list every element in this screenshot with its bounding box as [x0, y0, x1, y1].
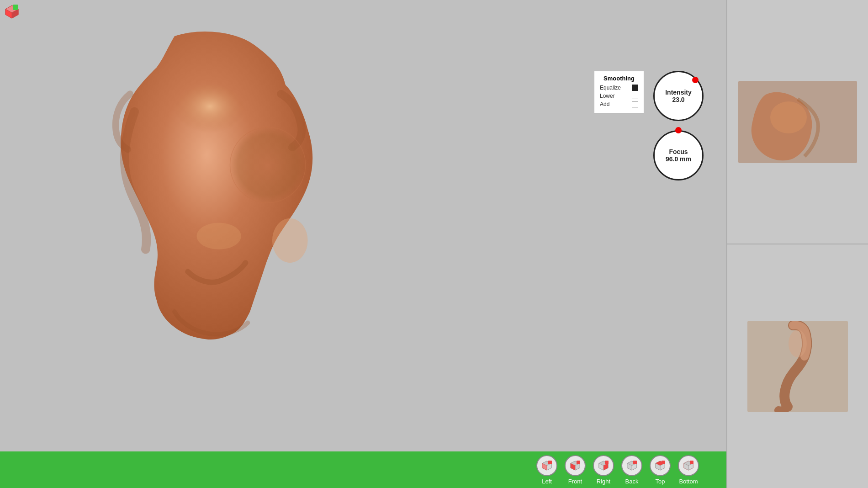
view-back-button[interactable]: Back [621, 455, 642, 485]
svg-rect-20 [577, 461, 580, 464]
view-left-label: Left [542, 478, 552, 485]
view-right-button[interactable]: Right [593, 455, 614, 485]
model-3d [46, 23, 365, 343]
view-left-button[interactable]: Left [536, 455, 557, 485]
view-back-circle [621, 455, 642, 476]
focus-label: Focus [669, 148, 688, 155]
view-front-label: Front [568, 478, 582, 485]
main-container: Smoothing Equalize Lower Add [0, 0, 868, 488]
view-right-circle [593, 455, 614, 476]
bottom-thumbnail [747, 321, 848, 412]
intensity-label: Intensity [665, 89, 692, 96]
view-back-label: Back [625, 478, 639, 485]
smoothing-equalize-row: Equalize [600, 85, 638, 91]
focus-dot [675, 127, 682, 133]
svg-point-9 [272, 218, 308, 263]
view-top-button[interactable]: Top [650, 455, 671, 485]
svg-rect-5 [13, 5, 18, 10]
equalize-label: Equalize [600, 85, 621, 91]
top-thumbnail [738, 81, 857, 163]
add-label: Add [600, 101, 609, 107]
focus-value: 96.0 mm [666, 155, 691, 163]
svg-rect-40 [690, 461, 693, 464]
view-front-circle [565, 455, 586, 476]
intensity-dot [692, 77, 699, 83]
svg-point-42 [770, 101, 807, 133]
intensity-value: 23.0 [672, 96, 684, 103]
controls-wrapper: Smoothing Equalize Lower Add [594, 71, 704, 180]
smoothing-panel: Smoothing Equalize Lower Add [594, 71, 644, 113]
smoothing-add-row: Add [600, 101, 638, 107]
bottom-toolbar: Left Front [0, 451, 726, 488]
lower-label: Lower [600, 93, 615, 99]
focus-dial[interactable]: Focus 96.0 mm [653, 130, 704, 180]
logo-icon [4, 4, 20, 20]
svg-rect-25 [605, 461, 609, 464]
right-panel [726, 0, 868, 488]
intensity-dial-circle: Intensity 23.0 [653, 71, 704, 121]
right-top-viewport [727, 0, 868, 244]
svg-rect-35 [662, 461, 665, 464]
view-top-circle [650, 455, 671, 476]
svg-point-7 [230, 127, 305, 202]
view-front-button[interactable]: Front [565, 455, 586, 485]
focus-dial-circle: Focus 96.0 mm [653, 130, 704, 180]
add-checkbox[interactable] [632, 101, 638, 107]
left-panel: Smoothing Equalize Lower Add [0, 0, 726, 488]
view-bottom-label: Bottom [679, 478, 698, 485]
svg-rect-15 [548, 461, 552, 464]
equalize-checkbox[interactable] [632, 85, 638, 91]
smoothing-lower-row: Lower [600, 93, 638, 99]
svg-rect-30 [633, 461, 637, 464]
intensity-dial[interactable]: Intensity 23.0 [653, 71, 704, 121]
svg-point-10 [197, 223, 241, 249]
lower-checkbox[interactable] [632, 93, 638, 99]
svg-point-44 [789, 330, 807, 357]
view-bottom-circle [678, 455, 699, 476]
view-left-circle [536, 455, 557, 476]
svg-point-6 [175, 85, 246, 138]
view-bottom-button[interactable]: Bottom [678, 455, 699, 485]
view-top-label: Top [656, 478, 665, 485]
view-right-label: Right [597, 478, 610, 485]
smoothing-title: Smoothing [600, 75, 638, 82]
right-bottom-viewport [727, 244, 868, 488]
